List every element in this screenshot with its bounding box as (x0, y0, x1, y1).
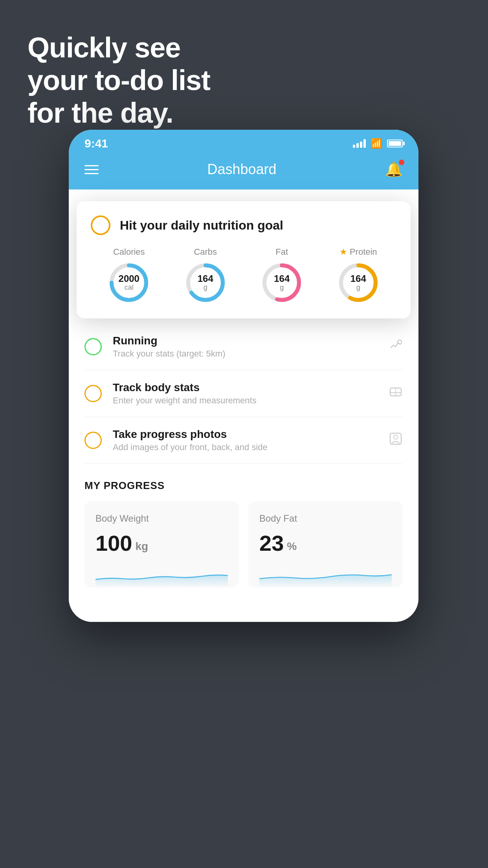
todo-subtitle-running: Track your stats (target: 5km) (113, 349, 382, 359)
body-weight-chart (95, 564, 228, 587)
body-fat-number: 23 (259, 530, 284, 556)
calories-value: 2000 cal (119, 274, 139, 292)
protein-item: ★ Protein 164 g (337, 247, 380, 304)
todo-item-photos[interactable]: Take progress photos Add images of your … (84, 417, 403, 464)
todo-title-photos: Take progress photos (113, 428, 382, 441)
nutrition-card[interactable]: Hit your daily nutrition goal Calories 2… (77, 201, 411, 318)
svg-point-13 (394, 435, 398, 439)
todo-item-running[interactable]: Running Track your stats (target: 5km) (84, 324, 403, 370)
calories-label: Calories (113, 247, 145, 257)
todo-item-bodystats[interactable]: Track body stats Enter your weight and m… (84, 370, 403, 417)
todo-circle-running (84, 338, 102, 355)
body-fat-card[interactable]: Body Fat 23 % (248, 501, 403, 587)
todo-circle-bodystats (84, 385, 102, 402)
carbs-donut: 164 g (184, 261, 227, 304)
fat-label: Fat (275, 247, 288, 257)
signal-icon (353, 139, 366, 148)
nutrition-row: Calories 2000 cal Carbs (91, 247, 396, 304)
body-weight-value: 100 kg (95, 530, 228, 556)
protein-label: ★ Protein (339, 247, 377, 257)
body-fat-unit: % (287, 540, 297, 553)
todo-subtitle-bodystats: Enter your weight and measurements (113, 395, 382, 406)
notification-bell-button[interactable]: 🔔 (385, 161, 403, 178)
fat-value: 164 g (274, 274, 290, 292)
todo-text-photos: Take progress photos Add images of your … (113, 428, 382, 452)
todo-text-bodystats: Track body stats Enter your weight and m… (113, 381, 382, 406)
carbs-value: 164 g (198, 274, 213, 292)
fat-item: Fat 164 g (260, 247, 303, 304)
header-title: Dashboard (207, 161, 276, 178)
body-fat-chart (259, 564, 392, 587)
todo-subtitle-photos: Add images of your front, back, and side (113, 442, 382, 452)
carbs-item: Carbs 164 g (184, 247, 227, 304)
progress-section: MY PROGRESS Body Weight 100 kg (69, 464, 418, 587)
todo-title-bodystats: Track body stats (113, 381, 382, 394)
todo-title-running: Running (113, 335, 382, 347)
calories-donut: 2000 cal (107, 261, 150, 304)
progress-cards: Body Weight 100 kg (84, 501, 403, 587)
body-fat-value: 23 % (259, 530, 392, 556)
status-time: 9:41 (84, 137, 108, 150)
carbs-label: Carbs (194, 247, 217, 257)
scale-icon (389, 385, 403, 403)
background-headline: Quickly see your to-do list for the day. (28, 31, 210, 129)
body-weight-label: Body Weight (95, 513, 228, 524)
status-bar: 9:41 📶 (69, 130, 418, 153)
todo-circle-photos (84, 432, 102, 449)
protein-donut: 164 g (337, 261, 380, 304)
body-weight-unit: kg (135, 540, 148, 553)
battery-icon (387, 140, 403, 147)
todo-list: Running Track your stats (target: 5km) T… (69, 324, 418, 464)
progress-section-title: MY PROGRESS (84, 480, 403, 492)
phone-mockup: 9:41 📶 Dashboard 🔔 THINGS TO DO TODAY (69, 130, 418, 622)
running-icon (389, 338, 403, 356)
menu-button[interactable] (84, 165, 99, 174)
person-icon (389, 432, 403, 449)
nutrition-card-header: Hit your daily nutrition goal (91, 215, 396, 235)
protein-value: 164 g (350, 274, 366, 292)
nutrition-card-title: Hit your daily nutrition goal (120, 218, 283, 233)
star-icon: ★ (339, 247, 347, 257)
app-header: Dashboard 🔔 (69, 153, 418, 189)
body-weight-number: 100 (95, 530, 132, 556)
body-fat-label: Body Fat (259, 513, 392, 524)
main-content: THINGS TO DO TODAY Hit your daily nutrit… (69, 189, 418, 622)
notification-dot (399, 160, 404, 165)
status-icons: 📶 (353, 138, 403, 149)
todo-text-running: Running Track your stats (target: 5km) (113, 335, 382, 359)
body-weight-card[interactable]: Body Weight 100 kg (84, 501, 239, 587)
nutrition-check-circle (91, 215, 110, 235)
wifi-icon: 📶 (371, 138, 382, 149)
calories-item: Calories 2000 cal (107, 247, 150, 304)
fat-donut: 164 g (260, 261, 303, 304)
